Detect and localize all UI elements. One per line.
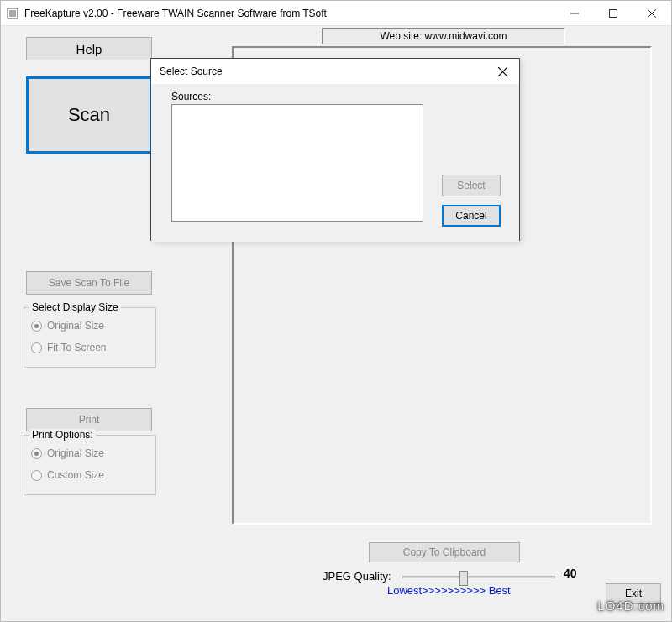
main-window: FreeKapture v2.00 - Freeware TWAIN Scann…	[0, 0, 672, 622]
copy-clipboard-button[interactable]: Copy To Clipboard	[369, 542, 520, 562]
radio-label: Original Size	[47, 447, 104, 459]
save-scan-button[interactable]: Save Scan To File	[26, 271, 152, 295]
display-size-legend: Select Display Size	[29, 301, 121, 313]
display-size-fit[interactable]: Fit To Screen	[24, 337, 155, 358]
display-size-original[interactable]: Original Size	[24, 315, 155, 337]
window-controls	[555, 1, 671, 25]
jpeg-quality-label: JPEG Quality:	[323, 570, 391, 583]
dialog-titlebar: Select Source	[151, 59, 519, 84]
print-option-original[interactable]: Original Size	[24, 442, 155, 464]
print-options-legend: Print Options:	[29, 429, 96, 441]
radio-label: Custom Size	[47, 469, 104, 481]
dialog-title: Select Source	[160, 65, 486, 77]
maximize-button[interactable]	[594, 1, 633, 25]
slider-track	[402, 576, 555, 578]
print-option-custom[interactable]: Custom Size	[24, 464, 155, 486]
display-size-group: Select Display Size Original Size Fit To…	[24, 307, 156, 368]
sources-listbox[interactable]	[171, 104, 423, 222]
close-button[interactable]	[633, 1, 671, 25]
sources-label: Sources:	[171, 91, 211, 102]
radio-icon	[31, 470, 42, 481]
radio-label: Original Size	[47, 320, 104, 332]
radio-label: Fit To Screen	[47, 342, 106, 353]
dialog-close-button[interactable]	[486, 59, 519, 84]
radio-icon	[31, 342, 42, 353]
cancel-button[interactable]: Cancel	[442, 205, 501, 227]
minimize-button[interactable]	[555, 1, 594, 25]
window-title: FreeKapture v2.00 - Freeware TWAIN Scann…	[24, 8, 555, 19]
radio-icon	[31, 321, 42, 332]
svg-rect-0	[8, 8, 18, 18]
help-button[interactable]: Help	[26, 37, 152, 60]
print-button[interactable]: Print	[26, 408, 152, 431]
website-label: Web site: www.midwavi.com	[322, 28, 565, 44]
app-icon	[6, 7, 19, 20]
jpeg-quality-value: 40	[564, 567, 577, 580]
scan-button[interactable]: Scan	[26, 76, 152, 154]
svg-rect-6	[610, 9, 617, 17]
radio-icon	[31, 448, 42, 459]
select-button[interactable]: Select	[442, 175, 501, 196]
titlebar: FreeKapture v2.00 - Freeware TWAIN Scann…	[1, 1, 671, 26]
print-options-group: Print Options: Original Size Custom Size	[24, 435, 156, 495]
dialog-body: Sources: Select Cancel	[151, 84, 519, 242]
jpeg-quality-slider[interactable]	[402, 570, 555, 585]
select-source-dialog: Select Source Sources: Select Cancel	[150, 58, 520, 241]
watermark: LO4D.com	[597, 598, 664, 613]
jpeg-scale-label: Lowest>>>>>>>>>> Best	[387, 584, 511, 597]
